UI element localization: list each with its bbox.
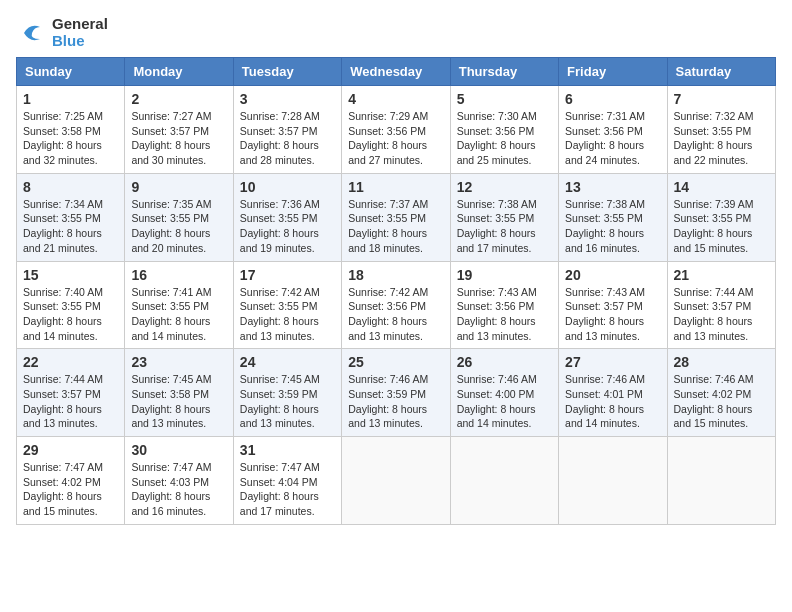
- sunrise: Sunrise: 7:25 AM: [23, 110, 103, 122]
- day-info: Sunrise: 7:29 AM Sunset: 3:56 PM Dayligh…: [348, 109, 443, 168]
- calendar-day-cell: 14 Sunrise: 7:39 AM Sunset: 3:55 PM Dayl…: [667, 173, 775, 261]
- day-number: 13: [565, 179, 660, 195]
- sunrise: Sunrise: 7:38 AM: [457, 198, 537, 210]
- calendar-day-cell: 7 Sunrise: 7:32 AM Sunset: 3:55 PM Dayli…: [667, 86, 775, 174]
- day-number: 31: [240, 442, 335, 458]
- sunset: Sunset: 4:02 PM: [674, 388, 752, 400]
- sunrise: Sunrise: 7:46 AM: [457, 373, 537, 385]
- day-number: 2: [131, 91, 226, 107]
- calendar-day-cell: 20 Sunrise: 7:43 AM Sunset: 3:57 PM Dayl…: [559, 261, 667, 349]
- day-info: Sunrise: 7:30 AM Sunset: 3:56 PM Dayligh…: [457, 109, 552, 168]
- daylight: Daylight: 8 hours and 14 minutes.: [131, 315, 210, 342]
- daylight: Daylight: 8 hours and 25 minutes.: [457, 139, 536, 166]
- day-number: 30: [131, 442, 226, 458]
- day-number: 28: [674, 354, 769, 370]
- daylight: Daylight: 8 hours and 13 minutes.: [348, 403, 427, 430]
- daylight: Daylight: 8 hours and 21 minutes.: [23, 227, 102, 254]
- weekday-header-cell: Thursday: [450, 58, 558, 86]
- daylight: Daylight: 8 hours and 15 minutes.: [23, 490, 102, 517]
- day-number: 18: [348, 267, 443, 283]
- day-info: Sunrise: 7:34 AM Sunset: 3:55 PM Dayligh…: [23, 197, 118, 256]
- calendar-day-cell: 8 Sunrise: 7:34 AM Sunset: 3:55 PM Dayli…: [17, 173, 125, 261]
- day-info: Sunrise: 7:37 AM Sunset: 3:55 PM Dayligh…: [348, 197, 443, 256]
- calendar-day-cell: 18 Sunrise: 7:42 AM Sunset: 3:56 PM Dayl…: [342, 261, 450, 349]
- calendar-day-cell: 17 Sunrise: 7:42 AM Sunset: 3:55 PM Dayl…: [233, 261, 341, 349]
- daylight: Daylight: 8 hours and 22 minutes.: [674, 139, 753, 166]
- daylight: Daylight: 8 hours and 13 minutes.: [348, 315, 427, 342]
- calendar-week-row: 22 Sunrise: 7:44 AM Sunset: 3:57 PM Dayl…: [17, 349, 776, 437]
- calendar-day-cell: 27 Sunrise: 7:46 AM Sunset: 4:01 PM Dayl…: [559, 349, 667, 437]
- day-info: Sunrise: 7:43 AM Sunset: 3:57 PM Dayligh…: [565, 285, 660, 344]
- sunrise: Sunrise: 7:30 AM: [457, 110, 537, 122]
- calendar-table: SundayMondayTuesdayWednesdayThursdayFrid…: [16, 57, 776, 525]
- sunset: Sunset: 3:57 PM: [23, 388, 101, 400]
- sunset: Sunset: 3:55 PM: [23, 212, 101, 224]
- calendar-day-cell: [667, 437, 775, 525]
- day-number: 24: [240, 354, 335, 370]
- day-info: Sunrise: 7:25 AM Sunset: 3:58 PM Dayligh…: [23, 109, 118, 168]
- day-number: 23: [131, 354, 226, 370]
- day-number: 11: [348, 179, 443, 195]
- day-info: Sunrise: 7:38 AM Sunset: 3:55 PM Dayligh…: [565, 197, 660, 256]
- day-info: Sunrise: 7:38 AM Sunset: 3:55 PM Dayligh…: [457, 197, 552, 256]
- calendar-day-cell: 4 Sunrise: 7:29 AM Sunset: 3:56 PM Dayli…: [342, 86, 450, 174]
- sunrise: Sunrise: 7:46 AM: [348, 373, 428, 385]
- daylight: Daylight: 8 hours and 19 minutes.: [240, 227, 319, 254]
- day-info: Sunrise: 7:46 AM Sunset: 4:02 PM Dayligh…: [674, 372, 769, 431]
- day-info: Sunrise: 7:27 AM Sunset: 3:57 PM Dayligh…: [131, 109, 226, 168]
- day-number: 22: [23, 354, 118, 370]
- daylight: Daylight: 8 hours and 32 minutes.: [23, 139, 102, 166]
- weekday-header-row: SundayMondayTuesdayWednesdayThursdayFrid…: [17, 58, 776, 86]
- daylight: Daylight: 8 hours and 13 minutes.: [240, 403, 319, 430]
- daylight: Daylight: 8 hours and 27 minutes.: [348, 139, 427, 166]
- calendar-day-cell: 15 Sunrise: 7:40 AM Sunset: 3:55 PM Dayl…: [17, 261, 125, 349]
- calendar-day-cell: 31 Sunrise: 7:47 AM Sunset: 4:04 PM Dayl…: [233, 437, 341, 525]
- day-number: 10: [240, 179, 335, 195]
- daylight: Daylight: 8 hours and 24 minutes.: [565, 139, 644, 166]
- day-number: 3: [240, 91, 335, 107]
- day-number: 27: [565, 354, 660, 370]
- logo: General Blue: [16, 16, 108, 49]
- day-info: Sunrise: 7:44 AM Sunset: 3:57 PM Dayligh…: [674, 285, 769, 344]
- weekday-header-cell: Friday: [559, 58, 667, 86]
- sunset: Sunset: 4:01 PM: [565, 388, 643, 400]
- sunrise: Sunrise: 7:35 AM: [131, 198, 211, 210]
- header: General Blue: [16, 16, 776, 49]
- day-number: 1: [23, 91, 118, 107]
- calendar-body: 1 Sunrise: 7:25 AM Sunset: 3:58 PM Dayli…: [17, 86, 776, 525]
- day-number: 15: [23, 267, 118, 283]
- daylight: Daylight: 8 hours and 20 minutes.: [131, 227, 210, 254]
- sunrise: Sunrise: 7:36 AM: [240, 198, 320, 210]
- calendar-day-cell: 21 Sunrise: 7:44 AM Sunset: 3:57 PM Dayl…: [667, 261, 775, 349]
- day-info: Sunrise: 7:39 AM Sunset: 3:55 PM Dayligh…: [674, 197, 769, 256]
- sunset: Sunset: 3:58 PM: [23, 125, 101, 137]
- sunset: Sunset: 3:55 PM: [131, 212, 209, 224]
- sunrise: Sunrise: 7:44 AM: [674, 286, 754, 298]
- day-info: Sunrise: 7:47 AM Sunset: 4:02 PM Dayligh…: [23, 460, 118, 519]
- sunset: Sunset: 3:56 PM: [565, 125, 643, 137]
- daylight: Daylight: 8 hours and 15 minutes.: [674, 403, 753, 430]
- calendar-day-cell: 30 Sunrise: 7:47 AM Sunset: 4:03 PM Dayl…: [125, 437, 233, 525]
- day-info: Sunrise: 7:41 AM Sunset: 3:55 PM Dayligh…: [131, 285, 226, 344]
- day-number: 8: [23, 179, 118, 195]
- calendar-day-cell: 9 Sunrise: 7:35 AM Sunset: 3:55 PM Dayli…: [125, 173, 233, 261]
- sunset: Sunset: 3:55 PM: [348, 212, 426, 224]
- calendar-day-cell: 6 Sunrise: 7:31 AM Sunset: 3:56 PM Dayli…: [559, 86, 667, 174]
- logo-text: General Blue: [52, 16, 108, 49]
- daylight: Daylight: 8 hours and 13 minutes.: [131, 403, 210, 430]
- daylight: Daylight: 8 hours and 13 minutes.: [240, 315, 319, 342]
- sunset: Sunset: 3:55 PM: [23, 300, 101, 312]
- calendar-day-cell: 10 Sunrise: 7:36 AM Sunset: 3:55 PM Dayl…: [233, 173, 341, 261]
- day-info: Sunrise: 7:28 AM Sunset: 3:57 PM Dayligh…: [240, 109, 335, 168]
- day-info: Sunrise: 7:44 AM Sunset: 3:57 PM Dayligh…: [23, 372, 118, 431]
- daylight: Daylight: 8 hours and 15 minutes.: [674, 227, 753, 254]
- daylight: Daylight: 8 hours and 14 minutes.: [457, 403, 536, 430]
- day-number: 9: [131, 179, 226, 195]
- day-number: 25: [348, 354, 443, 370]
- daylight: Daylight: 8 hours and 16 minutes.: [565, 227, 644, 254]
- calendar-day-cell: 22 Sunrise: 7:44 AM Sunset: 3:57 PM Dayl…: [17, 349, 125, 437]
- sunset: Sunset: 4:04 PM: [240, 476, 318, 488]
- day-number: 6: [565, 91, 660, 107]
- sunset: Sunset: 3:55 PM: [240, 300, 318, 312]
- daylight: Daylight: 8 hours and 13 minutes.: [674, 315, 753, 342]
